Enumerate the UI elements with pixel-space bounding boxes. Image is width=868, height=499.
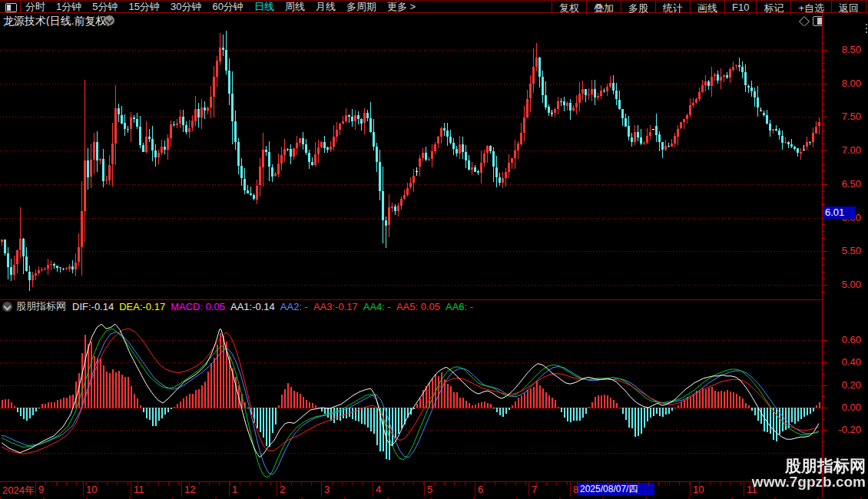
axis-tick: [823, 191, 825, 192]
price-label-6.50: 6.50: [824, 178, 861, 190]
menu-item-F10[interactable]: F10: [724, 1, 756, 13]
axis-tick: [823, 63, 825, 64]
menu-item-30分钟[interactable]: 30分钟: [171, 0, 201, 14]
month-separator: [131, 482, 131, 497]
chevron-down-icon[interactable]: [104, 15, 114, 25]
menu-item-多股[interactable]: 多股: [621, 1, 655, 13]
time-tick: [495, 482, 495, 485]
indicator-label-0.40: 0.40: [824, 356, 861, 368]
month-label-9: 9: [38, 484, 44, 495]
axis-tick: [823, 170, 825, 171]
menu-item-+自选[interactable]: +自选: [790, 1, 831, 13]
axis-tick: [823, 131, 825, 131]
menu-item-统计[interactable]: 统计: [655, 1, 690, 13]
month-separator: [321, 482, 322, 497]
menu-item-返回[interactable]: 返回: [831, 1, 866, 13]
time-tick: [230, 482, 230, 485]
axis-tick: [823, 352, 825, 352]
time-tick: [393, 482, 394, 485]
time-tick: [117, 482, 118, 485]
indicator-values: DIF:-0.14DEA:-0.17MACD: 0.05AA1:-0.14AA2…: [72, 299, 479, 313]
time-tick: [597, 482, 598, 485]
axis-tick: [823, 90, 825, 91]
month-label-12: 12: [184, 484, 195, 495]
title-row: 龙源技术(日线.前复权): [0, 14, 822, 26]
month-label-10: 10: [86, 484, 97, 495]
time-tick: [454, 482, 455, 485]
time-tick: [352, 482, 353, 485]
time-tick: [618, 482, 618, 485]
time-tick: [332, 482, 333, 485]
time-tick: [413, 482, 414, 485]
menu-item-1分钟[interactable]: 1分钟: [56, 0, 81, 14]
diamond-icon[interactable]: [799, 16, 810, 27]
macd-chart[interactable]: [0, 313, 822, 481]
axis-tick: [823, 124, 825, 124]
candlestick-chart[interactable]: [0, 26, 822, 299]
time-tick: [505, 482, 506, 485]
menu-item-60分钟[interactable]: 60分钟: [212, 0, 243, 14]
price-axis[interactable]: 6.01 8.508.007.507.006.506.005.505.000.6…: [822, 13, 868, 497]
axis-tick: [823, 37, 825, 38]
indicator-field: AA5: 0.05: [396, 301, 440, 312]
indicator-field: MACD: 0.05: [171, 301, 225, 312]
menu-item-更多 >[interactable]: 更多 >: [387, 0, 416, 14]
axis-tick: [823, 164, 825, 165]
time-tick: [291, 482, 292, 485]
price-label-7.00: 7.00: [824, 144, 861, 156]
price-label-8.00: 8.00: [824, 78, 861, 89]
time-tick: [128, 482, 128, 485]
menu-item-多周期[interactable]: 多周期: [346, 0, 376, 14]
indicator-label--0.20: -0.20: [824, 424, 861, 435]
month-label-1: 1: [232, 484, 237, 495]
menu-item-分时[interactable]: 分时: [25, 0, 45, 14]
time-tick: [679, 482, 680, 485]
menu-item-标记[interactable]: 标记: [756, 1, 790, 13]
month-separator: [744, 482, 744, 497]
time-tick: [403, 482, 404, 485]
axis-tick: [823, 231, 825, 232]
axis-tick: [823, 204, 825, 205]
watermark-url: www.7gpzb.com: [752, 474, 866, 490]
time-tick: [178, 482, 179, 485]
window-split-icon[interactable]: [5, 3, 17, 12]
month-label-11: 11: [134, 484, 144, 495]
watermark: 股朋指标网 www.7gpzb.com: [752, 458, 866, 490]
time-tick: [311, 482, 312, 485]
menu-item-叠加[interactable]: 叠加: [586, 1, 621, 13]
axis-tick: [823, 374, 825, 375]
month-separator: [424, 482, 425, 497]
time-tick: [209, 482, 210, 485]
time-axis: 2024年 2025/08/07/四 9101112123456781011: [0, 482, 822, 497]
watermark-name: 股朋指标网: [752, 458, 866, 474]
toolbar: 分时1分钟5分钟15分钟30分钟60分钟日线周线月线多周期更多 > 复权叠加多股…: [0, 0, 867, 13]
indicator-label-0.20: 0.20: [824, 379, 861, 391]
month-label-2: 2: [280, 484, 285, 495]
axis-tick: [823, 292, 825, 292]
indicator-field: AA4: -: [363, 301, 391, 312]
month-separator: [528, 482, 529, 497]
time-tick: [383, 482, 383, 485]
axis-tick: [823, 97, 825, 97]
time-tick: [567, 482, 568, 485]
month-label-4: 4: [376, 484, 381, 495]
menu-item-画线[interactable]: 画线: [690, 1, 724, 13]
price-label-5.50: 5.50: [824, 245, 861, 256]
menu-item-月线[interactable]: 月线: [316, 0, 336, 14]
axis-tick: [823, 258, 825, 259]
indicator-field: DIF:-0.14: [72, 301, 114, 312]
menu-item-复权[interactable]: 复权: [552, 1, 586, 13]
time-tick: [342, 482, 343, 485]
time-tick: [658, 482, 659, 485]
time-tick: [147, 482, 148, 485]
month-label-6: 6: [478, 484, 483, 495]
menu-item-15分钟[interactable]: 15分钟: [128, 0, 159, 14]
menu-item-周线[interactable]: 周线: [285, 0, 305, 14]
menu-item-日线[interactable]: 日线: [254, 0, 274, 14]
axis-tick: [823, 265, 825, 266]
month-separator: [35, 482, 36, 497]
time-tick: [76, 482, 77, 485]
menu-item-5分钟[interactable]: 5分钟: [92, 0, 118, 14]
collapse-icon[interactable]: [2, 302, 12, 312]
time-tick: [250, 482, 250, 485]
